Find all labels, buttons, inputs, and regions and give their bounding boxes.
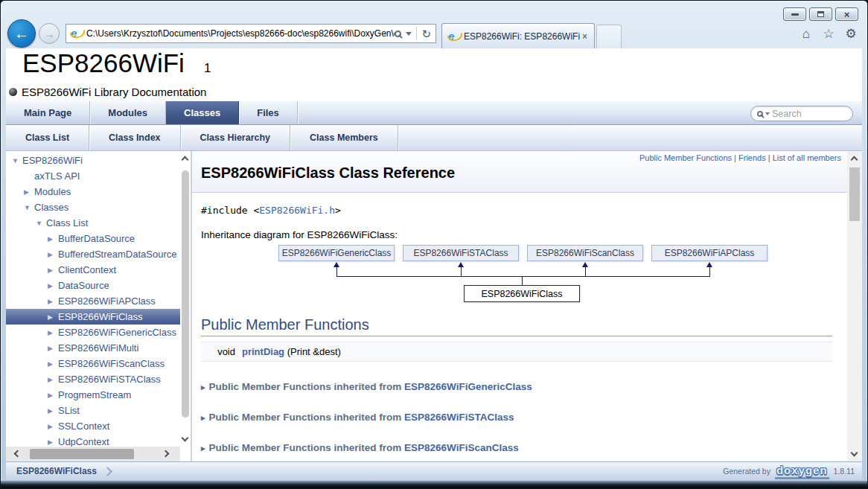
include-file-link[interactable]: ESP8266WiFi.h	[259, 205, 335, 216]
tab-classes[interactable]: Classes	[166, 101, 239, 124]
back-button[interactable]: ←	[7, 19, 36, 48]
inherit-header-staclass[interactable]: ▸Public Member Functions inherited from …	[201, 412, 832, 423]
tree-item-esp8266wifiapclass[interactable]: ▶ESP8266WiFiAPClass	[6, 293, 180, 309]
tab-class-hierarchy[interactable]: Class Hierarchy	[181, 125, 291, 150]
tree-item-modules[interactable]: ▶Modules	[6, 184, 180, 199]
browser-tab[interactable]: e ESP8266WiFi: ESP8266WiFi... ×	[441, 23, 595, 48]
tree-expanded-icon[interactable]: ▼	[24, 204, 34, 211]
diagram-node-genericclass[interactable]: ESP8266WiFiGenericClass	[278, 245, 395, 261]
member-args: (Print &dest)	[284, 346, 341, 357]
member-link-printdiag[interactable]: printDiag	[242, 346, 284, 357]
scroll-down-icon[interactable]	[851, 450, 858, 457]
tab-main-page[interactable]: Main Page	[6, 101, 90, 124]
diagram-node-apclass[interactable]: ESP8266WiFiAPClass	[651, 245, 768, 261]
search-icon[interactable]	[395, 31, 401, 37]
home-icon[interactable]: ⌂	[798, 26, 814, 42]
tree-collapsed-icon[interactable]: ▶	[48, 391, 58, 399]
summary-link-friends[interactable]: Friends	[738, 153, 766, 162]
forward-button[interactable]: →	[39, 23, 60, 44]
chevron-down-icon[interactable]	[406, 32, 412, 36]
tree-item-esp8266wifimulti[interactable]: ▶ESP8266WiFiMulti	[6, 340, 180, 356]
refresh-icon[interactable]: ↻	[421, 28, 431, 39]
collapsed-arrow-icon: ▸	[201, 444, 205, 453]
tree-item-classes[interactable]: ▼Classes	[6, 199, 180, 215]
search-input[interactable]	[772, 109, 846, 119]
sidebar-horizontal-scrollbar[interactable]	[6, 447, 180, 461]
tree-item-bufferdatasource[interactable]: ▶BufferDataSource	[6, 231, 180, 246]
scrollbar-thumb[interactable]	[30, 449, 134, 459]
tree-collapsed-icon[interactable]: ▶	[48, 345, 58, 352]
tree-item-slist[interactable]: ▶SList	[6, 403, 180, 418]
tree-collapsed-icon[interactable]: ▶	[48, 329, 58, 336]
tree-collapsed-icon[interactable]: ▶	[48, 360, 58, 368]
chevron-down-icon[interactable]	[765, 112, 770, 115]
tree-item-esp8266wificlass[interactable]: ▶ESP8266WiFiClass	[6, 309, 180, 325]
summary-link-public-member-functions[interactable]: Public Member Functions	[639, 153, 732, 162]
breadcrumb[interactable]: ESP8266WiFiClass	[16, 466, 97, 476]
diagram-node-scanclass[interactable]: ESP8266WiFiScanClass	[527, 245, 643, 261]
tree-item-sslcontext[interactable]: ▶SSLContext	[6, 418, 180, 434]
tree-collapsed-icon[interactable]: ▶	[48, 407, 58, 415]
doxygen-logo[interactable]: doxygen	[775, 464, 829, 479]
tree-collapsed-icon[interactable]: ▶	[24, 188, 34, 196]
new-tab-button[interactable]	[596, 25, 622, 48]
tree-collapsed-icon[interactable]: ▶	[48, 251, 58, 258]
scroll-down-icon[interactable]	[182, 435, 189, 442]
tab-close-icon[interactable]: ×	[580, 31, 590, 42]
content-vertical-scrollbar[interactable]	[847, 151, 862, 461]
inherit-class-link[interactable]: ESP8266WiFiScanClass	[404, 442, 519, 453]
maximize-button[interactable]	[809, 7, 832, 21]
inherit-header-genericclass[interactable]: ▸Public Member Functions inherited from …	[201, 381, 832, 392]
restore-icon	[817, 11, 824, 17]
doxygen-search-box[interactable]	[750, 106, 853, 121]
doc-content: Public Member Functions | Friends | List…	[192, 151, 847, 461]
address-bar[interactable]: e ↻	[66, 24, 436, 43]
tree-collapsed-icon[interactable]: ▶	[48, 298, 58, 305]
scrollbar-thumb[interactable]	[182, 170, 189, 418]
tree-expanded-icon[interactable]: ▼	[36, 220, 46, 227]
tab-class-members[interactable]: Class Members	[290, 125, 398, 150]
scroll-up-icon[interactable]	[182, 156, 189, 164]
tree-item-esp8266wifistaclass[interactable]: ▶ESP8266WiFiSTAClass	[6, 371, 180, 387]
tree-item-progmemstream[interactable]: ▶ProgmemStream	[6, 387, 180, 403]
scroll-up-icon[interactable]	[851, 156, 858, 164]
page-title: ESP8266WiFiClass Class Reference	[201, 164, 455, 182]
tab-modules[interactable]: Modules	[90, 101, 166, 124]
tab-class-index[interactable]: Class Index	[89, 125, 180, 150]
scrollbar-thumb[interactable]	[849, 167, 860, 221]
tree-item-esp8266wifigenericclass[interactable]: ▶ESP8266WiFiGenericClass	[6, 325, 180, 340]
address-input[interactable]	[86, 28, 395, 39]
tree-collapsed-icon[interactable]: ▶	[48, 282, 58, 290]
inherit-class-link[interactable]: ESP8266WiFiSTAClass	[404, 412, 514, 423]
tab-class-list[interactable]: Class List	[6, 125, 89, 150]
scroll-right-icon[interactable]	[162, 450, 170, 458]
minimize-button[interactable]	[783, 7, 806, 21]
tree-collapsed-icon[interactable]: ▶	[48, 313, 58, 321]
tree-item-label: Modules	[34, 186, 71, 197]
summary-link-list-of-all-members[interactable]: List of all members	[773, 153, 841, 162]
scroll-left-icon[interactable]	[14, 450, 22, 458]
favorites-star-icon[interactable]: ☆	[820, 26, 837, 42]
diagram-node-staclass[interactable]: ESP8266WiFiSTAClass	[403, 245, 519, 261]
tab-files[interactable]: Files	[239, 101, 298, 124]
tree-item-udpcontext[interactable]: ▶UdpContext	[6, 434, 180, 447]
tree-item-clientcontext[interactable]: ▶ClientContext	[6, 262, 180, 278]
tree-collapsed-icon[interactable]: ▶	[48, 266, 58, 274]
inherit-class-link[interactable]: ESP8266WiFiGenericClass	[404, 381, 532, 392]
tree-item-esp8266wifi[interactable]: ▼ESP8266WiFi	[6, 153, 180, 168]
gear-icon[interactable]: ⚙	[843, 26, 859, 42]
tree-collapsed-icon[interactable]: ▶	[48, 423, 58, 430]
tree-collapsed-icon[interactable]: ▶	[48, 376, 58, 383]
inherit-header-scanclass[interactable]: ▸Public Member Functions inherited from …	[201, 442, 832, 453]
tree-collapsed-icon[interactable]: ▶	[48, 438, 58, 446]
tree-item-bufferedstreamdatasource[interactable]: ▶BufferedStreamDataSource	[6, 246, 180, 262]
tree-item-esp8266wifiscanclass[interactable]: ▶ESP8266WiFiScanClass	[6, 356, 180, 371]
tree-expanded-icon[interactable]: ▼	[12, 157, 22, 164]
sidebar-vertical-scrollbar[interactable]	[180, 151, 191, 447]
tree-collapsed-icon[interactable]: ▶	[48, 235, 58, 243]
tree-item-class-list[interactable]: ▼Class List	[6, 215, 180, 231]
close-button[interactable]: ×	[835, 7, 858, 21]
tree-item-axtls-api[interactable]: axTLS API	[6, 168, 180, 184]
browser-chrome: ← → e ↻ e ESP8266WiFi: ESP8266WiFi... ×	[6, 22, 862, 48]
tree-item-datasource[interactable]: ▶DataSource	[6, 278, 180, 293]
